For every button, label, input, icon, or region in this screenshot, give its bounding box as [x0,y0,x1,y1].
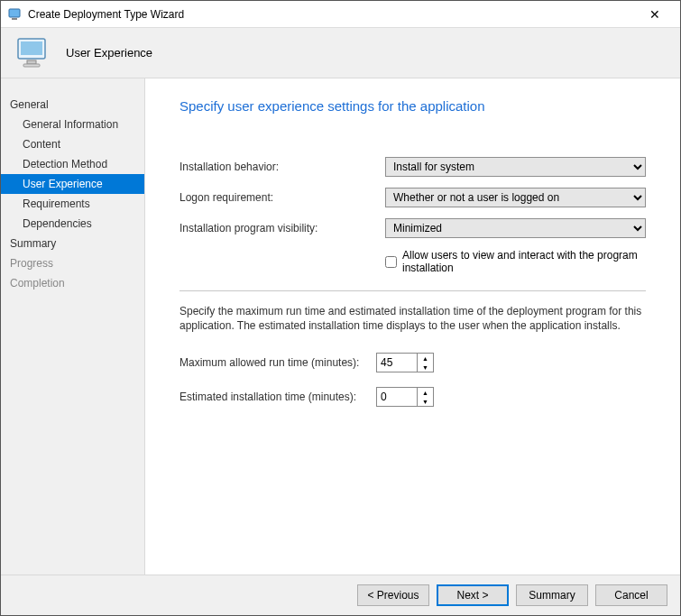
svg-rect-0 [9,9,20,17]
sidebar-item-requirements[interactable]: Requirements [1,194,144,214]
page-heading: Specify user experience settings for the… [179,98,646,114]
est-time-arrows[interactable]: ▲▼ [417,388,433,406]
logon-requirement-label: Logon requirement: [179,191,385,204]
sidebar-item-detection-method[interactable]: Detection Method [1,154,144,174]
chevron-up-icon[interactable]: ▲ [418,354,433,363]
allow-interact-checkbox[interactable] [385,256,397,268]
next-button[interactable]: Next > [437,584,509,606]
wizard-header: User Experience [1,28,680,78]
monitor-icon [15,37,51,69]
window-title: Create Deployment Type Wizard [28,8,637,21]
header-page-label: User Experience [66,46,152,60]
sidebar-group-progress: Progress [1,253,144,273]
titlebar: Create Deployment Type Wizard ✕ [1,1,680,28]
svg-rect-4 [27,60,36,64]
previous-button[interactable]: < Previous [357,584,429,606]
cancel-button[interactable]: Cancel [595,584,667,606]
time-description: Specify the maximum run time and estimat… [179,304,646,333]
sidebar-group-summary[interactable]: Summary [1,234,144,253]
visibility-label: Installation program visibility: [179,222,385,234]
install-behavior-select[interactable]: Install for system [385,157,646,177]
sidebar-item-user-experience[interactable]: User Experience [1,174,144,194]
svg-rect-5 [23,64,40,67]
summary-button[interactable]: Summary [516,584,588,606]
svg-rect-1 [12,18,17,20]
logon-requirement-select[interactable]: Whether or not a user is logged on [385,188,646,207]
chevron-up-icon[interactable]: ▲ [418,388,433,397]
sidebar-group-general[interactable]: General [1,95,144,115]
est-time-spinner[interactable]: ▲▼ [376,387,434,407]
chevron-down-icon[interactable]: ▼ [418,397,433,406]
visibility-select[interactable]: Minimized [385,218,646,238]
max-run-spinner[interactable]: ▲▼ [376,353,434,372]
close-button[interactable]: ✕ [637,7,673,22]
chevron-down-icon[interactable]: ▼ [418,363,433,372]
sidebar-item-content[interactable]: Content [1,134,144,154]
max-run-label: Maximum allowed run time (minutes): [179,356,376,369]
est-time-input[interactable] [377,388,417,406]
wizard-sidebar: General General Information Content Dete… [1,78,145,575]
divider [179,290,646,291]
install-behavior-label: Installation behavior: [179,161,385,173]
sidebar-group-completion: Completion [1,273,144,293]
main-pane: Specify user experience settings for the… [145,78,680,575]
sidebar-item-general-information[interactable]: General Information [1,115,144,134]
max-run-arrows[interactable]: ▲▼ [417,354,433,372]
max-run-input[interactable] [377,354,417,372]
svg-rect-3 [21,41,42,55]
wizard-footer: < Previous Next > Summary Cancel [1,575,680,615]
allow-interact-label: Allow users to view and interact with th… [402,249,646,274]
app-icon [8,7,23,22]
est-time-label: Estimated installation time (minutes): [179,391,376,403]
sidebar-item-dependencies[interactable]: Dependencies [1,214,144,234]
